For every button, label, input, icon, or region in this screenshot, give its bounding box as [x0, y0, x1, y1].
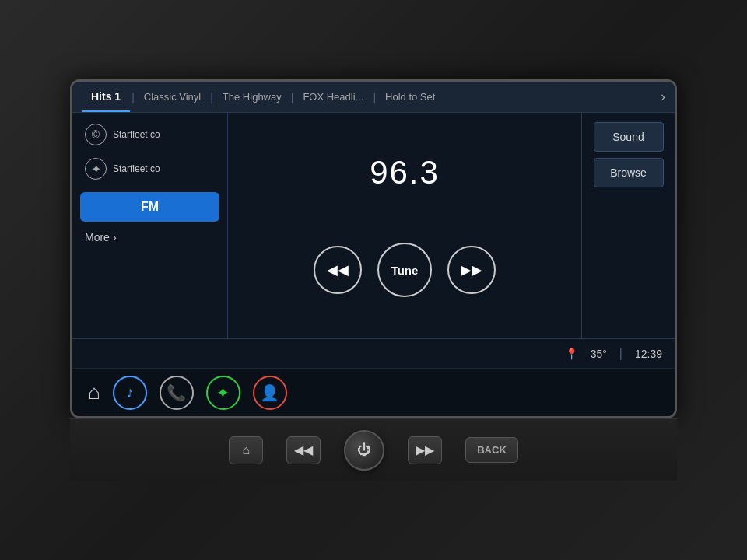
rewind-icon: ◀◀ [327, 261, 349, 278]
screen: Hits 1 | Classic Vinyl | The Highway | F… [72, 82, 675, 416]
more-arrow: › [113, 231, 117, 243]
physical-prev-button[interactable]: ◀◀ [286, 436, 321, 464]
physical-home-button[interactable]: ⌂ [229, 436, 263, 464]
home-nav-button[interactable]: ⌂ [88, 380, 100, 404]
source-item-2[interactable]: ✦ Starfleet co [80, 155, 219, 183]
car-bezel: Hits 1 | Classic Vinyl | The Highway | F… [0, 0, 747, 560]
center-panel: 96.3 ◀◀ Tune ▶▶ [228, 113, 581, 338]
time-display: 12:39 [635, 348, 662, 360]
source-icon-1: © [85, 124, 107, 145]
tab-fox[interactable]: FOX Headli... [295, 82, 371, 112]
volume-knob[interactable]: ⏻ [344, 430, 384, 471]
browse-button[interactable]: Browse [594, 158, 664, 187]
onstar-nav-button[interactable]: 👤 [253, 376, 287, 410]
tab-more-arrow[interactable]: › [661, 89, 665, 105]
tab-divider-2: | [210, 91, 213, 103]
bluetooth-icon: ✦ [85, 158, 107, 180]
physical-next-button[interactable]: ▶▶ [408, 436, 442, 464]
left-panel: © Starfleet co ✦ Starfleet co FM More › [72, 113, 228, 338]
main-content: © Starfleet co ✦ Starfleet co FM More › [72, 113, 675, 338]
tune-button[interactable]: Tune [377, 243, 432, 297]
rewind-button[interactable]: ◀◀ [314, 246, 362, 294]
sound-button[interactable]: Sound [594, 122, 664, 152]
tab-hits1[interactable]: Hits 1 [82, 82, 130, 112]
tab-bar: Hits 1 | Classic Vinyl | The Highway | F… [72, 82, 675, 113]
fm-button[interactable]: FM [80, 192, 219, 222]
tab-classic-vinyl[interactable]: Classic Vinyl [136, 82, 209, 112]
more-label: More [85, 231, 110, 243]
tab-divider-4: | [373, 91, 376, 103]
location-icon: 📍 [565, 348, 578, 360]
fast-forward-icon: ▶▶ [461, 261, 482, 278]
tab-divider-1: | [132, 91, 135, 103]
tab-divider-3: | [291, 91, 294, 103]
nav-nav-button[interactable]: ✦ [206, 376, 240, 410]
back-button[interactable]: BACK [465, 437, 518, 463]
temperature-display: 35° [591, 348, 607, 360]
tab-highway[interactable]: The Highway [215, 82, 289, 112]
music-nav-button[interactable]: ♪ [113, 376, 147, 410]
transport-controls: ◀◀ Tune ▶▶ [314, 243, 496, 297]
source-label-2: Starfleet co [113, 163, 160, 174]
physical-controls: ⌂ ◀◀ ⏻ ▶▶ BACK [70, 418, 677, 481]
next-phys-icon: ▶▶ [416, 443, 434, 457]
nav-bar: ⌂ ♪ 📞 ✦ 👤 [72, 368, 675, 416]
tab-hold[interactable]: Hold to Set [377, 82, 443, 112]
source-label-1: Starfleet co [113, 129, 160, 140]
source-item-1[interactable]: © Starfleet co [80, 121, 219, 149]
fast-forward-button[interactable]: ▶▶ [447, 246, 496, 294]
prev-phys-icon: ◀◀ [294, 443, 313, 457]
home-phys-icon: ⌂ [242, 443, 250, 457]
status-divider: | [619, 347, 622, 361]
more-link[interactable]: More › [80, 228, 219, 247]
screen-housing: Hits 1 | Classic Vinyl | The Highway | F… [70, 79, 677, 418]
status-bar: 📍 35° | 12:39 [72, 338, 675, 368]
power-icon: ⏻ [357, 442, 371, 458]
right-panel: Sound Browse [581, 113, 675, 338]
frequency-display: 96.3 [370, 154, 440, 191]
phone-nav-button[interactable]: 📞 [160, 376, 194, 410]
